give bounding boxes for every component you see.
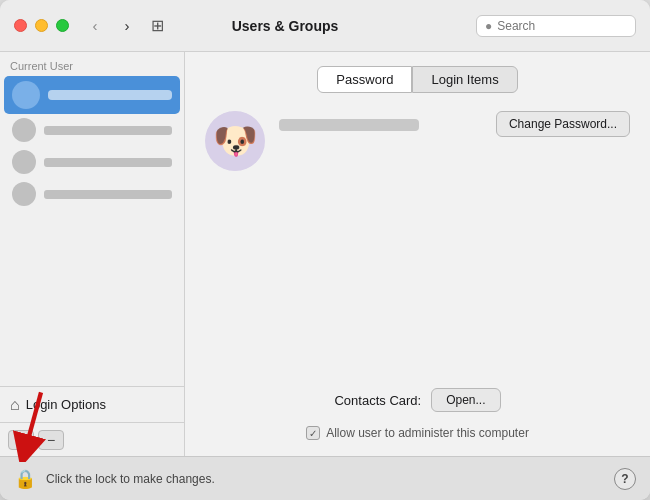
sidebar-controls: + − (0, 422, 184, 456)
user-name-blur (44, 126, 172, 135)
avatar (12, 118, 36, 142)
sidebar-item-current-user[interactable] (4, 76, 180, 114)
search-input[interactable] (497, 19, 617, 33)
close-button[interactable] (14, 19, 27, 32)
help-button[interactable]: ? (614, 468, 636, 490)
user-details (279, 111, 482, 137)
add-user-button[interactable]: + (8, 430, 34, 450)
minimize-button[interactable] (35, 19, 48, 32)
home-icon: ⌂ (10, 396, 20, 414)
admin-checkbox-row: ✓ Allow user to administer this computer (205, 426, 630, 440)
admin-checkbox-label: Allow user to administer this computer (326, 426, 529, 440)
sidebar: Current User (0, 52, 185, 456)
users-groups-window: ‹ › ⊞ Users & Groups ● Current User (0, 0, 650, 500)
list-item[interactable] (0, 178, 184, 210)
tab-login-items[interactable]: Login Items (412, 66, 517, 93)
content-panel: Password Login Items 🐶 (185, 52, 650, 456)
window-title: Users & Groups (94, 18, 476, 34)
user-name-blur (44, 190, 172, 199)
user-name-blur (44, 158, 172, 167)
user-avatar-large: 🐶 (205, 111, 265, 171)
bottom-bar: 🔒 Click the lock to make changes. ? (0, 456, 650, 500)
user-name-blur (48, 90, 172, 100)
titlebar: ‹ › ⊞ Users & Groups ● (0, 0, 650, 52)
contacts-row: Contacts Card: Open... (205, 388, 630, 412)
content-spacer (205, 191, 630, 388)
open-contacts-button[interactable]: Open... (431, 388, 500, 412)
search-box[interactable]: ● (476, 15, 636, 37)
login-options-label: Login Options (26, 397, 106, 412)
main-area: Current User (0, 52, 650, 456)
traffic-lights (14, 19, 69, 32)
fullscreen-button[interactable] (56, 19, 69, 32)
sidebar-section-label: Current User (0, 52, 184, 76)
lock-text: Click the lock to make changes. (46, 472, 604, 486)
tab-row: Password Login Items (205, 66, 630, 93)
sidebar-item-login-options[interactable]: ⌂ Login Options (0, 386, 184, 422)
user-info-area: 🐶 Change Password... (205, 111, 630, 171)
change-password-button[interactable]: Change Password... (496, 111, 630, 137)
sidebar-spacer (0, 210, 184, 386)
list-item[interactable] (0, 114, 184, 146)
avatar (12, 150, 36, 174)
avatar (12, 182, 36, 206)
search-icon: ● (485, 19, 492, 33)
lock-icon[interactable]: 🔒 (14, 468, 36, 490)
admin-checkbox[interactable]: ✓ (306, 426, 320, 440)
tab-password[interactable]: Password (317, 66, 412, 93)
remove-user-button[interactable]: − (38, 430, 64, 450)
list-item[interactable] (0, 146, 184, 178)
avatar (12, 81, 40, 109)
user-fullname-blur (279, 119, 419, 131)
contacts-card-label: Contacts Card: (334, 393, 421, 408)
